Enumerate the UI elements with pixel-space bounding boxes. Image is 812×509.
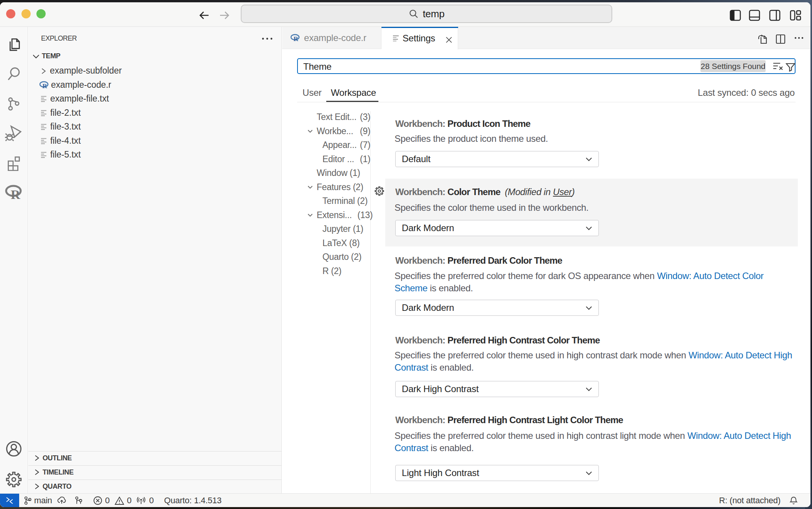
svg-text:R: R — [294, 35, 299, 42]
svg-text:R: R — [11, 187, 20, 201]
svg-text:R: R — [43, 82, 48, 89]
